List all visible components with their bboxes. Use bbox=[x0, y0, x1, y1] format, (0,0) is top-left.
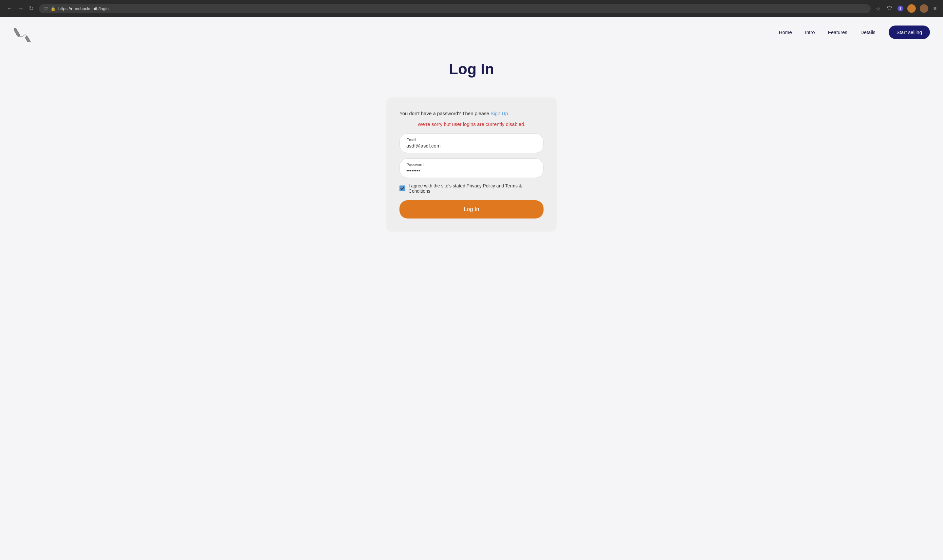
logo-image bbox=[13, 22, 36, 42]
browser-nav-buttons: ← → ↻ bbox=[5, 4, 35, 13]
password-field[interactable] bbox=[406, 168, 537, 173]
login-button[interactable]: Log In bbox=[400, 200, 543, 218]
agreement-checkbox[interactable] bbox=[400, 185, 405, 191]
email-field[interactable] bbox=[406, 143, 537, 149]
page-title: Log In bbox=[6, 60, 937, 78]
shield-icon: 🛡 bbox=[43, 6, 48, 11]
signup-prompt: You don't have a password? Then please S… bbox=[400, 111, 543, 116]
nav-details[interactable]: Details bbox=[861, 29, 875, 35]
error-message: We're sorry but user logins are currentl… bbox=[400, 122, 543, 127]
reload-button[interactable]: ↻ bbox=[28, 4, 35, 13]
login-card: You don't have a password? Then please S… bbox=[386, 97, 557, 232]
privacy-policy-link[interactable]: Privacy Policy bbox=[466, 183, 495, 188]
nav-intro[interactable]: Intro bbox=[805, 29, 815, 35]
nav-home[interactable]: Home bbox=[779, 29, 792, 35]
email-label: Email bbox=[406, 138, 537, 142]
password-input-group: Password bbox=[400, 158, 543, 178]
notification-badge[interactable]: 8 bbox=[897, 6, 903, 11]
nav-links: Home Intro Features Details Start sellin… bbox=[779, 26, 930, 39]
shield-button[interactable]: 🛡 bbox=[886, 4, 894, 13]
user-avatar-1[interactable] bbox=[907, 4, 916, 13]
agreement-row: I agree with the site's stated Privacy P… bbox=[400, 183, 543, 194]
bookmark-button[interactable]: ☆ bbox=[875, 4, 882, 13]
nav-features[interactable]: Features bbox=[828, 29, 847, 35]
address-bar-wrapper[interactable]: 🛡 🔒 bbox=[39, 4, 870, 13]
browser-actions: ☆ 🛡 8 ≡ bbox=[875, 4, 938, 13]
start-selling-button[interactable]: Start selling bbox=[889, 26, 930, 39]
logo[interactable] bbox=[13, 22, 36, 42]
address-bar[interactable] bbox=[58, 6, 866, 11]
menu-button[interactable]: ≡ bbox=[932, 4, 938, 13]
lock-icon: 🔒 bbox=[51, 6, 56, 11]
forward-button[interactable]: → bbox=[16, 4, 25, 13]
page: Home Intro Features Details Start sellin… bbox=[0, 17, 943, 251]
password-label: Password bbox=[406, 163, 537, 167]
user-avatar-2[interactable] bbox=[920, 4, 928, 13]
signup-link[interactable]: Sign Up bbox=[491, 111, 508, 116]
main-content: Log In You don't have a password? Then p… bbox=[0, 47, 943, 251]
back-button[interactable]: ← bbox=[5, 4, 14, 13]
svg-rect-1 bbox=[25, 36, 31, 42]
navbar: Home Intro Features Details Start sellin… bbox=[0, 17, 943, 47]
agreement-label: I agree with the site's stated Privacy P… bbox=[409, 183, 543, 194]
email-input-group: Email bbox=[400, 134, 543, 153]
browser-chrome: ← → ↻ 🛡 🔒 ☆ 🛡 8 ≡ bbox=[0, 0, 943, 17]
svg-rect-0 bbox=[14, 28, 20, 37]
